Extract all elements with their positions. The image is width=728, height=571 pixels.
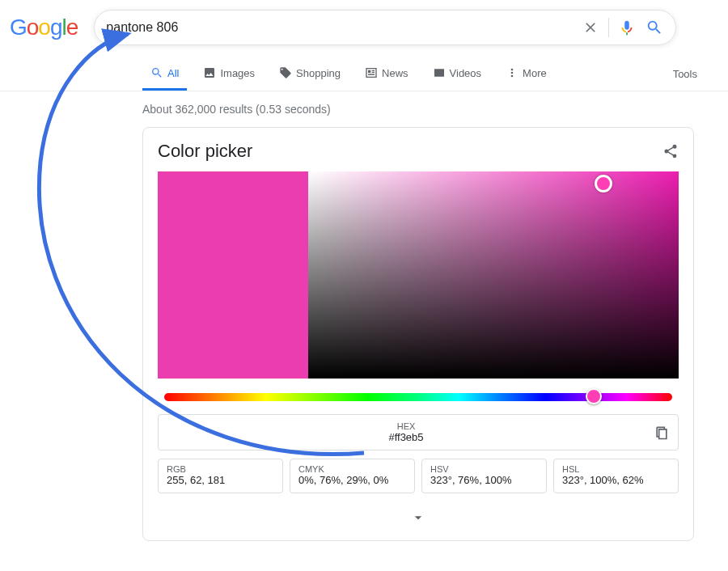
- tab-images[interactable]: Images: [195, 57, 263, 91]
- rgb-field[interactable]: RGB 255, 62, 181: [158, 459, 283, 493]
- share-icon[interactable]: [662, 143, 679, 159]
- value-text: 0%, 76%, 29%, 0%: [298, 474, 406, 486]
- value-label: HSV: [430, 464, 538, 474]
- search-tabs: All Images Shopping News Videos More Too…: [0, 57, 728, 91]
- hsv-field[interactable]: HSV 323°, 76%, 100%: [421, 459, 547, 493]
- google-logo[interactable]: Google: [10, 15, 78, 40]
- clear-icon[interactable]: [581, 18, 600, 37]
- tab-label: News: [382, 67, 408, 79]
- tab-shopping[interactable]: Shopping: [271, 57, 349, 91]
- search-icon[interactable]: [645, 18, 664, 37]
- tab-all[interactable]: All: [142, 57, 187, 91]
- tab-label: Images: [220, 67, 255, 79]
- hex-value: #ff3eb5: [167, 431, 645, 443]
- value-label: HSL: [562, 464, 670, 474]
- tab-more[interactable]: More: [497, 57, 555, 91]
- divider: [608, 18, 609, 37]
- cmyk-field[interactable]: CMYK 0%, 76%, 29%, 0%: [290, 459, 415, 493]
- svg-point-0: [511, 69, 514, 71]
- saturation-value-picker[interactable]: [308, 171, 679, 379]
- hex-label: HEX: [167, 421, 645, 431]
- hsl-field[interactable]: HSL 323°, 100%, 62%: [553, 459, 679, 493]
- search-input[interactable]: [106, 20, 573, 35]
- value-text: 323°, 100%, 62%: [562, 474, 670, 486]
- microphone-icon[interactable]: [617, 18, 637, 37]
- color-picker-card: Color picker HEX #ff3eb5: [142, 127, 694, 541]
- value-text: 255, 62, 181: [167, 474, 274, 486]
- value-text: 323°, 76%, 100%: [430, 474, 538, 486]
- tab-videos[interactable]: Videos: [425, 57, 490, 91]
- sv-handle[interactable]: [595, 175, 612, 192]
- hex-field[interactable]: HEX #ff3eb5: [158, 414, 679, 450]
- search-bar[interactable]: [94, 10, 676, 45]
- result-stats: About 362,000 results (0.53 seconds): [142, 103, 712, 116]
- value-label: RGB: [167, 464, 274, 474]
- svg-point-1: [511, 72, 514, 74]
- value-label: CMYK: [298, 464, 406, 474]
- copy-icon[interactable]: [654, 425, 670, 441]
- hue-handle[interactable]: [586, 388, 602, 404]
- tab-label: Videos: [450, 67, 482, 79]
- card-title: Color picker: [158, 141, 252, 162]
- svg-point-2: [511, 75, 514, 78]
- color-swatch: [158, 171, 308, 379]
- tab-news[interactable]: News: [357, 57, 417, 91]
- tab-label: All: [167, 67, 179, 79]
- tab-label: More: [523, 67, 547, 79]
- tab-label: Shopping: [296, 67, 341, 79]
- hue-slider[interactable]: [164, 393, 672, 401]
- expand-button[interactable]: [143, 503, 693, 540]
- tools-button[interactable]: Tools: [667, 58, 704, 90]
